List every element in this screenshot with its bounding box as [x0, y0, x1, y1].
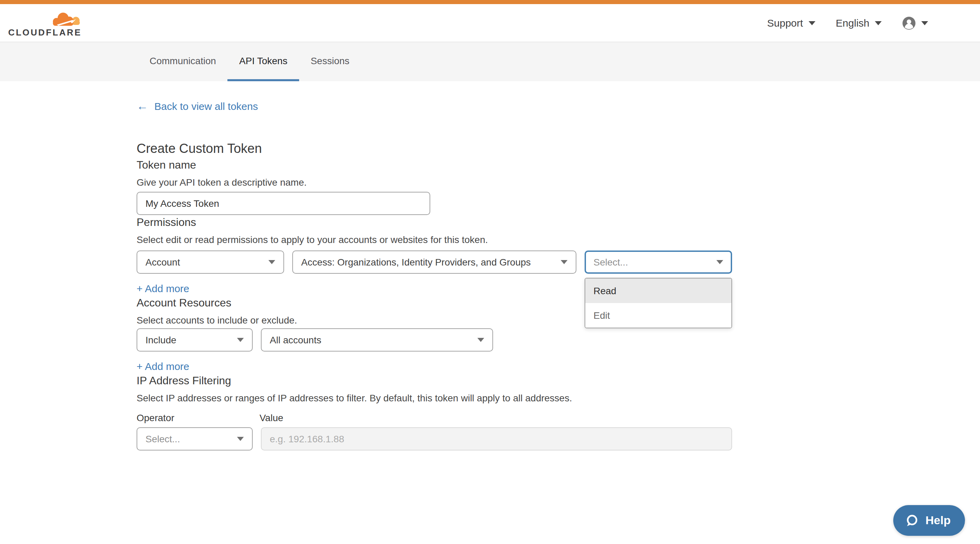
chevron-down-icon	[561, 260, 568, 264]
token-name-input[interactable]	[137, 192, 430, 215]
value-label: Value	[259, 412, 283, 425]
back-link[interactable]: ← Back to view all tokens	[137, 100, 258, 112]
chevron-down-icon	[268, 260, 275, 264]
ip-filtering-labels: Operator Value	[137, 412, 980, 425]
ip-filtering-description: Select IP addresses or ranges of IP addr…	[137, 392, 980, 405]
ip-operator-select[interactable]: Select...	[137, 427, 253, 450]
chevron-down-icon	[875, 21, 882, 25]
account-scope-value: All accounts	[270, 335, 321, 346]
header-menus: Support English	[767, 16, 928, 30]
page-title: Create Custom Token	[137, 140, 980, 158]
account-resources-add-more-link[interactable]: + Add more	[137, 360, 189, 373]
permissions-heading: Permissions	[137, 215, 980, 229]
arrow-left-icon: ←	[137, 101, 148, 111]
ip-filtering-row: Select...	[137, 427, 980, 450]
permission-scope-value: Account	[145, 257, 180, 268]
main-content: ← Back to view all tokens Create Custom …	[0, 81, 980, 450]
permission-access-select-wrap: Select... Read Edit	[585, 251, 732, 274]
ip-filtering-heading: IP Address Filtering	[137, 373, 980, 388]
permission-resource-value: Access: Organizations, Identity Provider…	[301, 257, 531, 268]
permission-access-placeholder: Select...	[593, 257, 628, 268]
cloudflare-cloud-icon	[50, 11, 82, 28]
account-include-select[interactable]: Include	[137, 328, 253, 352]
brand-accent-bar	[0, 0, 980, 4]
help-button[interactable]: Help	[893, 505, 965, 536]
ip-operator-placeholder: Select...	[145, 433, 180, 444]
user-avatar-icon	[902, 16, 916, 30]
permissions-description: Select edit or read permissions to apply…	[137, 233, 980, 246]
account-resources-row: Include All accounts	[137, 328, 980, 352]
menu-item-read[interactable]: Read	[585, 279, 732, 303]
cloudflare-wordmark: CLOUDFLARE	[8, 29, 82, 37]
ip-value-input[interactable]	[261, 427, 732, 450]
account-include-value: Include	[145, 335, 176, 346]
permission-resource-select[interactable]: Access: Organizations, Identity Provider…	[292, 251, 576, 274]
account-resources-description: Select accounts to include or exclude.	[137, 314, 980, 327]
tab-api-tokens[interactable]: API Tokens	[228, 42, 299, 81]
account-menu[interactable]	[902, 16, 928, 30]
chat-bubble-icon	[904, 513, 919, 528]
account-scope-select[interactable]: All accounts	[261, 328, 493, 352]
menu-item-edit[interactable]: Edit	[585, 303, 732, 328]
cloudflare-logo[interactable]: CLOUDFLARE	[8, 11, 82, 37]
chevron-down-icon	[808, 21, 815, 25]
help-button-label: Help	[925, 514, 951, 527]
chevron-down-icon	[237, 338, 244, 342]
chevron-down-icon	[716, 260, 723, 264]
tab-sessions[interactable]: Sessions	[299, 42, 361, 81]
account-resources-heading: Account Resources	[137, 295, 980, 310]
chevron-down-icon	[921, 21, 928, 25]
language-menu-label: English	[836, 17, 869, 29]
token-name-heading: Token name	[137, 158, 980, 172]
language-menu[interactable]: English	[836, 17, 882, 29]
chevron-down-icon	[477, 338, 484, 342]
support-menu[interactable]: Support	[767, 17, 815, 29]
operator-label: Operator	[137, 412, 259, 425]
profile-tabs: Communication API Tokens Sessions	[0, 42, 980, 81]
permissions-row: Account Access: Organizations, Identity …	[137, 251, 980, 274]
support-menu-label: Support	[767, 17, 803, 29]
permission-access-menu: Read Edit	[585, 278, 732, 328]
back-link-label: Back to view all tokens	[154, 100, 258, 112]
app: CLOUDFLARE Support English Communicat	[0, 0, 980, 544]
chevron-down-icon	[237, 437, 244, 441]
permission-scope-select[interactable]: Account	[137, 251, 284, 274]
site-header: CLOUDFLARE Support English	[0, 4, 980, 42]
permissions-add-more-link[interactable]: + Add more	[137, 282, 189, 295]
token-name-description: Give your API token a descriptive name.	[137, 176, 980, 189]
permission-access-select[interactable]: Select...	[585, 251, 732, 274]
tab-communication[interactable]: Communication	[138, 42, 228, 81]
